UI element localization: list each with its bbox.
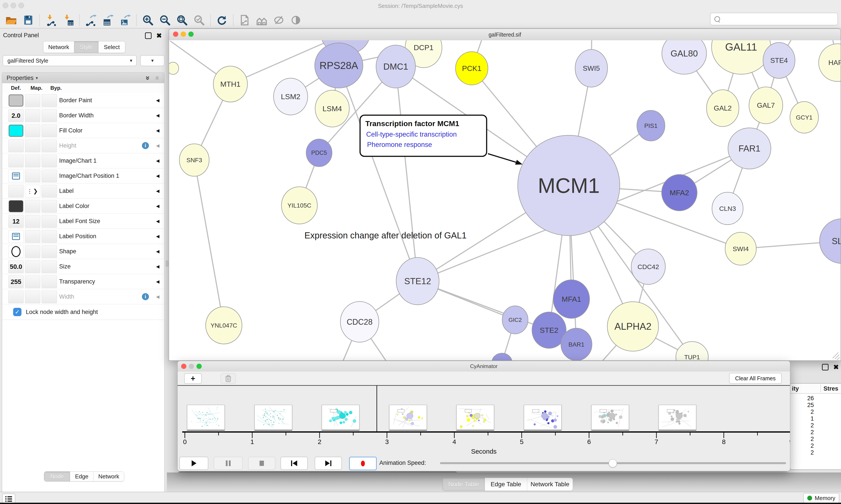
bypass-cell[interactable]: [42, 245, 57, 258]
mapping-cell[interactable]: [25, 94, 40, 107]
bypass-cell[interactable]: [42, 275, 57, 288]
network-node-SNF3[interactable]: SNF3: [179, 144, 209, 176]
default-value-cell[interactable]: [8, 200, 24, 213]
zoom-fit-icon[interactable]: [176, 14, 189, 26]
network-node-GAL80[interactable]: GAL80: [662, 40, 706, 74]
property-row-image-chart-position-1[interactable]: Image/Chart Position 1◀: [2, 168, 164, 183]
default-value-cell[interactable]: [8, 230, 24, 243]
animation-speed-handle[interactable]: [609, 459, 617, 467]
network-doc-icon[interactable]: [238, 14, 251, 26]
tab-style[interactable]: Style: [74, 41, 99, 53]
zoom-selected-icon[interactable]: [193, 14, 205, 26]
bypass-cell[interactable]: [42, 260, 57, 273]
default-value-cell[interactable]: [8, 245, 24, 258]
mapping-cell[interactable]: [25, 109, 40, 122]
task-history-button[interactable]: [2, 493, 15, 504]
expand-row-icon[interactable]: ◀: [156, 218, 159, 224]
close-panel-icon[interactable]: ✖: [833, 364, 839, 370]
tab-select[interactable]: Select: [99, 41, 125, 53]
network-node-SWI4[interactable]: SWI4: [725, 232, 756, 265]
default-value-cell[interactable]: [8, 185, 24, 197]
resize-grip-icon[interactable]: [833, 353, 840, 360]
import-table-icon[interactable]: [62, 14, 74, 26]
memory-button[interactable]: Memory: [803, 493, 839, 503]
mapping-cell[interactable]: [25, 155, 40, 167]
expand-row-icon[interactable]: ◀: [156, 279, 159, 284]
frame-thumbnail-7[interactable]: [659, 405, 696, 430]
mapping-cell[interactable]: [25, 124, 40, 137]
entity-tab-node[interactable]: Node: [44, 472, 70, 481]
divider-handle[interactable]: [166, 260, 168, 267]
frame-thumbnail-0[interactable]: [187, 405, 225, 430]
network-node-LSM4[interactable]: LSM4: [315, 90, 349, 127]
property-row-label-font-size[interactable]: 12Label Font Size◀: [2, 214, 164, 229]
frame-thumbnail-6[interactable]: [591, 405, 629, 430]
default-value-cell[interactable]: 12: [8, 215, 24, 228]
expand-row-icon[interactable]: ◀: [156, 249, 159, 254]
network-node-GIC2[interactable]: GIC2: [502, 306, 528, 334]
pause-button[interactable]: [214, 457, 243, 470]
network-node-RPS28A[interactable]: RPS28A: [315, 43, 363, 88]
network-canvas[interactable]: RPS28BDCP1RPS28ADMC1PCK1MTH1LSM2LSM4SWI5…: [169, 40, 841, 360]
close-panel-icon[interactable]: ✖: [156, 33, 162, 38]
entity-tab-network[interactable]: Network: [93, 472, 124, 481]
network-node-STE4[interactable]: STE4: [763, 42, 795, 78]
expand-row-icon[interactable]: ◀: [156, 158, 159, 163]
mapping-cell[interactable]: [25, 260, 40, 273]
mapping-cell[interactable]: [25, 230, 40, 243]
network-node-FAR1[interactable]: FAR1: [728, 128, 771, 169]
property-row-height[interactable]: Heighti◀: [2, 138, 164, 153]
network-node-MCM1[interactable]: MCM1: [518, 135, 620, 236]
caption-annotation[interactable]: Expression change after deletion of GAL1: [304, 231, 466, 240]
network-node-MFA2[interactable]: MFA2: [662, 175, 697, 211]
frame-thumbnail-1[interactable]: [254, 405, 292, 430]
mapping-cell[interactable]: [25, 140, 40, 152]
zoom-in-icon[interactable]: [142, 14, 154, 26]
frame-thumbnail-2[interactable]: [322, 405, 359, 430]
network-node-GAL7[interactable]: GAL7: [749, 87, 783, 124]
network-node-GAL2[interactable]: GAL2: [706, 90, 739, 127]
mcm1-annotation[interactable]: Transcription factor MCM1Cell-type-speci…: [360, 115, 522, 165]
info-icon[interactable]: i: [142, 142, 149, 149]
export-table-icon[interactable]: [102, 14, 114, 26]
network-node-SWI5[interactable]: SWI5: [575, 50, 608, 87]
expand-row-icon[interactable]: ◀: [156, 264, 159, 269]
hide-icon[interactable]: [272, 14, 285, 26]
mapping-cell[interactable]: [25, 290, 40, 303]
mapping-cell[interactable]: [25, 215, 40, 228]
bypass-cell[interactable]: [42, 109, 57, 122]
property-row-size[interactable]: 50.0Size◀: [2, 259, 164, 274]
network-node-STE12[interactable]: STE12: [396, 257, 439, 305]
frame-thumbnail-4[interactable]: [457, 405, 494, 430]
network-node-YNL047C[interactable]: YNL047C: [205, 307, 242, 344]
default-value-cell[interactable]: 255: [8, 275, 24, 288]
property-row-border-width[interactable]: 2.0Border Width◀: [2, 108, 164, 123]
style-select[interactable]: galFiltered Style ▾: [3, 55, 137, 66]
float-panel-icon[interactable]: [145, 32, 151, 39]
network-node-CDC42[interactable]: CDC42: [631, 249, 665, 284]
bypass-cell[interactable]: [42, 155, 57, 167]
group-icon[interactable]: [255, 14, 268, 26]
expand-row-icon[interactable]: ◀: [156, 294, 159, 299]
network-node-ALPHA2[interactable]: ALPHA2: [607, 302, 659, 351]
search-input[interactable]: [710, 13, 838, 25]
bypass-cell[interactable]: [42, 124, 57, 137]
default-value-cell[interactable]: 50.0: [8, 260, 24, 273]
property-row-shape[interactable]: Shape◀: [2, 244, 164, 259]
mapping-cell[interactable]: ⋮❯: [25, 185, 40, 197]
expand-row-icon[interactable]: ◀: [156, 98, 159, 103]
default-value-cell[interactable]: 2.0: [8, 109, 24, 122]
bypass-cell[interactable]: [42, 200, 57, 213]
bypass-cell[interactable]: [42, 170, 57, 182]
default-value-cell[interactable]: [8, 170, 24, 182]
entity-tab-edge[interactable]: Edge: [70, 472, 93, 481]
network-node-MFA1[interactable]: MFA1: [553, 280, 590, 318]
style-options-button[interactable]: ▾: [140, 55, 165, 66]
bypass-cell[interactable]: [42, 185, 57, 197]
dock-tab-node-table[interactable]: Node Table: [443, 478, 485, 491]
float-panel-icon[interactable]: [822, 364, 828, 371]
property-row-label-color[interactable]: Label Color◀: [2, 199, 164, 214]
network-node-TUP1[interactable]: TUP1: [676, 342, 708, 360]
network-node-CDC28[interactable]: CDC28: [340, 302, 379, 342]
mapping-cell[interactable]: [25, 170, 40, 182]
